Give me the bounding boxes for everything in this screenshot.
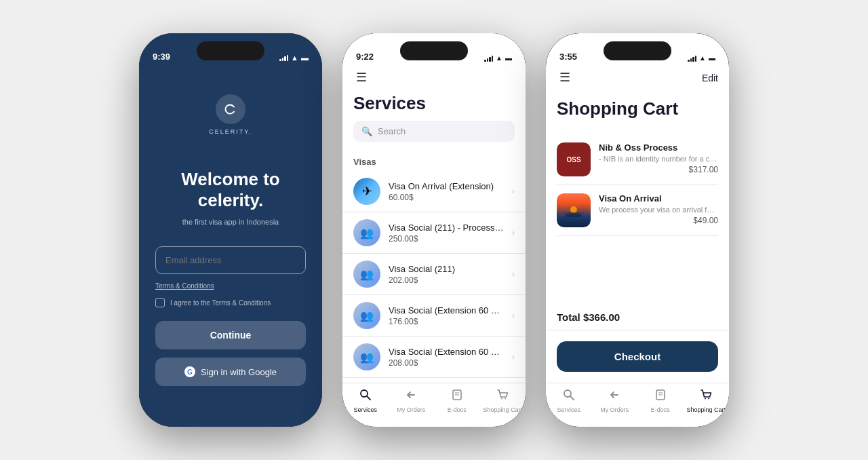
time-2: 9:22 bbox=[356, 52, 374, 62]
list-item[interactable]: 👥 Visa Social (Extension 60 Days) Ex... … bbox=[342, 337, 526, 378]
service-thumb: 👥 bbox=[353, 343, 380, 370]
cart-title-area: Shopping Cart bbox=[546, 94, 729, 128]
list-item[interactable]: 👥 Visa Social (Extension 60 Days) 176.00… bbox=[342, 295, 526, 337]
svg-point-15 bbox=[705, 398, 706, 400]
cart-title: Shopping Cart bbox=[557, 98, 718, 119]
oss-logo-text: OSS bbox=[566, 156, 580, 164]
svg-point-5 bbox=[501, 398, 502, 400]
cart-item-voa[interactable]: Visa On Arrival We process your visa on … bbox=[557, 185, 718, 236]
services-screen: 9:22 ▲ ▬ ☰ Services 🔍 Search Visas bbox=[342, 33, 526, 427]
cart-tab-icon-3 bbox=[700, 389, 712, 404]
list-item[interactable]: ✈ Visa On Arrival (Extension) 60.00$ › bbox=[342, 171, 526, 212]
service-price: 202.00$ bbox=[389, 275, 504, 285]
continue-button[interactable]: Continue bbox=[155, 321, 306, 349]
phone-3: 3:55 ▲ ▬ ☰ Edit Shopping Cart bbox=[546, 33, 729, 427]
edit-button[interactable]: Edit bbox=[702, 71, 718, 83]
welcome-title: Welcome to celerity. bbox=[181, 169, 279, 211]
search-icon: 🔍 bbox=[361, 126, 372, 136]
orders-tab-icon bbox=[405, 389, 417, 404]
checkbox-label: I agree to the Terms & Conditions bbox=[170, 299, 271, 307]
checkout-button[interactable]: Checkout bbox=[557, 341, 718, 372]
dynamic-island-3 bbox=[604, 41, 671, 60]
tab-edocs-3[interactable]: E-docs bbox=[637, 389, 684, 413]
logo-name: CELERITY. bbox=[209, 128, 252, 135]
signal-icon-3 bbox=[688, 55, 696, 62]
cart-item-info-voa: Visa On Arrival We process your visa on … bbox=[599, 193, 718, 225]
battery-icon: ▬ bbox=[301, 54, 309, 62]
cart-item-nib[interactable]: OSS Nib & Oss Process - NIB is an identi… bbox=[557, 134, 718, 185]
battery-icon-3: ▬ bbox=[709, 54, 715, 62]
services-tab-icon bbox=[359, 389, 372, 404]
service-name: Visa Social (Extension 60 Days) Ex... bbox=[389, 347, 504, 357]
svg-line-11 bbox=[570, 396, 574, 400]
service-price: 60.00$ bbox=[389, 193, 504, 202]
logo-icon bbox=[216, 94, 245, 124]
svg-point-16 bbox=[708, 398, 709, 400]
welcome-subtitle: the first visa app in Indonesia bbox=[181, 218, 279, 226]
service-thumb: 👥 bbox=[353, 219, 380, 246]
list-item[interactable]: 👥 Visa Social (211) 202.00$ › bbox=[342, 254, 526, 295]
tab-services[interactable]: Services bbox=[342, 389, 389, 413]
search-bar[interactable]: 🔍 Search bbox=[353, 121, 515, 142]
tab-orders-label: My Orders bbox=[397, 406, 425, 413]
cart-item-desc-voa: We process your visa on arrival for you.… bbox=[599, 206, 718, 214]
battery-icon-2: ▬ bbox=[505, 54, 512, 62]
cart-items-list: OSS Nib & Oss Process - NIB is an identi… bbox=[546, 128, 729, 305]
wifi-icon-3: ▲ bbox=[699, 54, 706, 62]
login-form: Terms & Conditions I agree to the Terms … bbox=[139, 246, 322, 386]
list-item[interactable]: 👥 Visa Social (211) - Process From Ab...… bbox=[342, 212, 526, 254]
visas-section-label: Visas bbox=[342, 149, 526, 171]
orders-tab-icon-3 bbox=[608, 389, 620, 404]
welcome-area: Welcome to celerity. the first visa app … bbox=[161, 169, 300, 226]
cart-tab-icon bbox=[496, 389, 509, 404]
cart-item-thumb-voa bbox=[557, 193, 591, 227]
chevron-right-icon: › bbox=[512, 352, 515, 362]
tab-shopping-cart[interactable]: Shopping Cart bbox=[480, 389, 526, 413]
services-tab-icon-3 bbox=[563, 389, 575, 404]
cart-screen: 3:55 ▲ ▬ ☰ Edit Shopping Cart bbox=[546, 33, 729, 427]
tab-cart-label-3: Shopping Cart bbox=[686, 406, 726, 413]
terms-checkbox[interactable] bbox=[155, 298, 165, 307]
chevron-right-icon: › bbox=[512, 228, 515, 237]
checkbox-row: I agree to the Terms & Conditions bbox=[155, 298, 306, 307]
google-icon: G bbox=[184, 366, 195, 377]
edocs-tab-icon bbox=[451, 389, 463, 404]
tab-services-3[interactable]: Services bbox=[546, 389, 592, 413]
tab-shopping-cart-3[interactable]: Shopping Cart bbox=[684, 389, 730, 413]
cart-item-price-voa: $49.00 bbox=[599, 216, 718, 225]
service-thumb: 👥 bbox=[353, 302, 380, 329]
logo-area: CELERITY. bbox=[209, 94, 252, 135]
service-info: Visa Social (Extension 60 Days) 176.00$ bbox=[389, 305, 504, 326]
time-1: 9:39 bbox=[153, 52, 170, 62]
status-icons-1: ▲ ▬ bbox=[279, 54, 309, 62]
login-screen: 9:39 ▲ ▬ CELERITY. Wel bbox=[139, 33, 322, 427]
service-name: Visa Social (211) bbox=[389, 264, 504, 274]
tab-my-orders-3[interactable]: My Orders bbox=[592, 389, 638, 413]
menu-button[interactable]: ☰ bbox=[353, 67, 370, 88]
svg-line-1 bbox=[367, 396, 370, 400]
tab-edocs-label: E-docs bbox=[448, 406, 467, 413]
service-info: Visa Social (Extension 60 Days) Ex... 20… bbox=[389, 347, 504, 368]
service-info: Visa On Arrival (Extension) 60.00$ bbox=[389, 181, 504, 202]
tab-bar-3: Services My Orders E-docs Shopping Cart bbox=[546, 383, 729, 427]
google-signin-button[interactable]: G Sign in with Google bbox=[155, 358, 306, 386]
cart-menu-button[interactable]: ☰ bbox=[557, 67, 573, 88]
email-field[interactable] bbox=[155, 246, 306, 274]
list-item[interactable]: 👥 Visa Social (211) Express 284.00$ › bbox=[342, 378, 526, 383]
tab-my-orders[interactable]: My Orders bbox=[389, 389, 435, 413]
tab-services-label: Services bbox=[353, 406, 377, 413]
cart-item-thumb-nib: OSS bbox=[557, 142, 591, 176]
status-icons-2: ▲ ▬ bbox=[484, 54, 512, 62]
cart-item-name-voa: Visa On Arrival bbox=[599, 193, 718, 204]
wifi-icon: ▲ bbox=[291, 54, 298, 62]
chevron-right-icon: › bbox=[512, 187, 515, 196]
tab-cart-label: Shopping Cart bbox=[483, 406, 522, 413]
terms-link[interactable]: Terms & Conditions bbox=[155, 282, 306, 290]
service-info: Visa Social (211) - Process From Ab... 2… bbox=[389, 223, 504, 244]
service-name: Visa On Arrival (Extension) bbox=[389, 181, 504, 191]
tab-services-label-3: Services bbox=[557, 406, 580, 413]
google-btn-label: Sign in with Google bbox=[201, 367, 277, 377]
tab-edocs[interactable]: E-docs bbox=[434, 389, 480, 413]
status-icons-3: ▲ ▬ bbox=[688, 54, 715, 62]
svg-point-7 bbox=[566, 213, 582, 217]
